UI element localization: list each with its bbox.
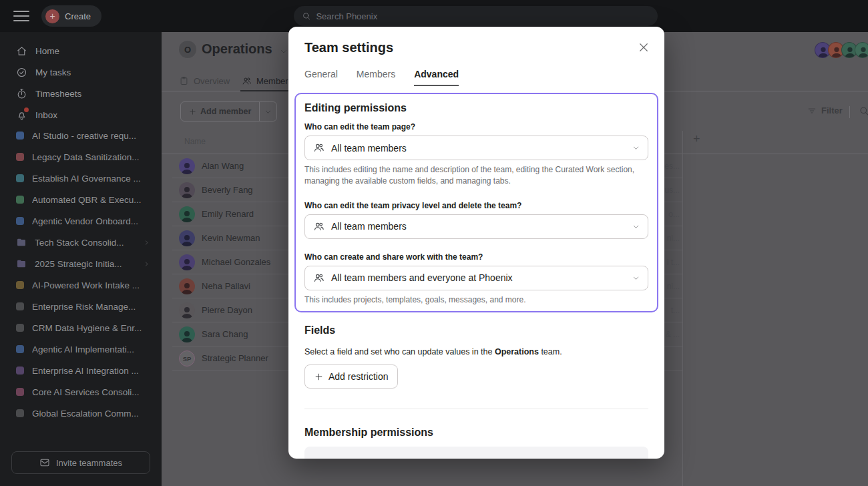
project-color-swatch — [16, 217, 24, 225]
member-name: Kevin Newman — [202, 233, 260, 243]
plus-icon: + — [45, 9, 59, 23]
member-name: Pierre Dayon — [202, 305, 252, 315]
sidebar-project[interactable]: Enterprise AI Integration ... — [0, 360, 162, 381]
tab-overview[interactable]: Overview — [179, 71, 230, 91]
person-icon — [179, 184, 195, 198]
invite-teammates-button[interactable]: Invite teammates — [11, 451, 150, 474]
person-icon — [179, 280, 195, 294]
sidebar-item-inbox[interactable]: Inbox — [0, 104, 162, 126]
add-restriction-button[interactable]: Add restriction — [304, 364, 398, 389]
tab-label: Overview — [194, 76, 230, 86]
add-member-label: Add member — [200, 107, 251, 116]
sidebar-project[interactable]: Agentic Vendor Onboard... — [0, 210, 162, 232]
add-column-button[interactable]: + — [693, 132, 700, 146]
tab-members[interactable]: Members — [242, 71, 292, 91]
project-label: Enterprise AI Integration ... — [32, 366, 150, 376]
fields-description-prefix: Select a field and set who can update va… — [304, 347, 495, 356]
sidebar-project[interactable]: 2025 Strategic Initia... — [0, 253, 162, 274]
fields-section: Fields Select a field and set who can up… — [288, 324, 664, 459]
search-input[interactable] — [316, 11, 650, 21]
avatar — [179, 326, 195, 342]
section-divider — [304, 409, 648, 409]
project-label: CRM Data Hygiene & Enr... — [32, 323, 150, 333]
sidebar-item-my-tasks[interactable]: My tasks — [0, 61, 162, 83]
global-search[interactable] — [294, 6, 658, 26]
person-icon — [856, 45, 868, 58]
person-icon — [179, 304, 195, 318]
avatar — [179, 302, 195, 318]
edit-team-page-select[interactable]: All team members — [304, 136, 648, 160]
avatar-initials: SP — [180, 351, 194, 366]
question-label: Who can edit the team page? — [304, 122, 648, 132]
sidebar-project[interactable]: CRM Data Hygiene & Enr... — [0, 317, 162, 338]
sidebar-project[interactable]: AI Studio - creative requ... — [0, 125, 162, 146]
invite-teammates-label: Invite teammates — [56, 458, 122, 468]
search-icon[interactable] — [859, 105, 868, 116]
help-text: This includes editing the name and descr… — [304, 164, 648, 188]
project-label: Global Escalation Comm... — [32, 409, 150, 419]
team-avatar: O — [179, 41, 196, 58]
question-label: Who can create and share work with the t… — [304, 252, 648, 262]
people-icon — [242, 76, 252, 86]
sidebar-nav: Home My tasks Timesheets Inbox — [0, 40, 162, 126]
sidebar-project[interactable]: Automated QBR & Execu... — [0, 189, 162, 210]
project-color-swatch — [16, 345, 24, 353]
project-color-swatch — [16, 388, 24, 396]
sidebar-project[interactable]: AI-Powered Work Intake ... — [0, 274, 162, 296]
fields-team-name: Operations — [495, 347, 539, 356]
team-settings-modal: Team settings General Members Advanced E… — [288, 27, 664, 459]
inbox-notification-dot — [24, 107, 29, 112]
avatar — [855, 42, 868, 58]
sidebar-project[interactable]: Tech Stack Consolid... — [0, 232, 162, 253]
project-color-swatch — [16, 302, 24, 310]
column-header-name[interactable]: Name — [184, 137, 206, 146]
avatar — [179, 182, 195, 198]
project-label: Tech Stack Consolid... — [35, 238, 136, 248]
chevron-right-icon — [144, 261, 150, 267]
tab-members[interactable]: Members — [357, 69, 395, 86]
section-heading: Membership permissions — [304, 427, 648, 439]
create-button-label: Create — [65, 11, 91, 21]
project-color-swatch — [16, 174, 24, 182]
project-label: Establish AI Governance ... — [32, 174, 150, 184]
fields-description-suffix: team. — [539, 347, 562, 356]
tab-general[interactable]: General — [304, 69, 338, 86]
timer-icon — [16, 88, 27, 99]
tab-advanced[interactable]: Advanced — [414, 69, 459, 86]
select-value: All team members and everyone at Phoenix — [331, 272, 626, 283]
chevron-down-icon — [264, 108, 272, 115]
check-circle-icon — [16, 67, 27, 78]
sidebar-item-timesheets[interactable]: Timesheets — [0, 83, 162, 104]
filter-label: Filter — [821, 105, 843, 115]
person-icon — [179, 208, 195, 222]
membership-setting-row[interactable] — [304, 447, 648, 459]
close-icon[interactable] — [638, 41, 650, 53]
add-member-dropdown[interactable] — [259, 102, 276, 121]
select-value: All team members — [331, 221, 626, 232]
home-icon — [16, 45, 27, 57]
filter-button[interactable]: Filter — [807, 105, 843, 115]
create-button[interactable]: + Create — [41, 5, 101, 27]
sidebar-project[interactable]: Legacy Data Sanitization... — [0, 146, 162, 168]
sidebar-project[interactable]: Global Escalation Comm... — [0, 403, 162, 424]
sidebar-project[interactable]: Enterprise Risk Manage... — [0, 296, 162, 317]
chevron-down-icon — [632, 144, 640, 152]
sidebar-project[interactable]: Establish AI Governance ... — [0, 168, 162, 189]
project-label: AI-Powered Work Intake ... — [32, 280, 150, 290]
help-text: This includes projects, templates, goals… — [304, 294, 648, 306]
sidebar-item-home[interactable]: Home — [0, 40, 162, 61]
add-member-button[interactable]: Add member — [180, 101, 277, 121]
create-share-work-select[interactable]: All team members and everyone at Phoenix — [304, 266, 648, 290]
person-icon — [179, 256, 195, 270]
project-label: Agentic AI Implementati... — [32, 344, 150, 354]
presence-avatar-stack[interactable] — [817, 42, 868, 58]
sidebar-project[interactable]: Agentic AI Implementati... — [0, 338, 162, 360]
project-color-swatch — [16, 367, 24, 375]
edit-privacy-select[interactable]: All team members — [304, 214, 648, 239]
project-color-swatch — [16, 196, 24, 204]
project-color-swatch — [16, 409, 24, 417]
hamburger-menu-icon[interactable] — [13, 9, 29, 23]
project-color-swatch — [16, 281, 24, 289]
chevron-down-icon[interactable] — [280, 47, 288, 55]
sidebar-project[interactable]: Core AI Services Consoli... — [0, 381, 162, 403]
